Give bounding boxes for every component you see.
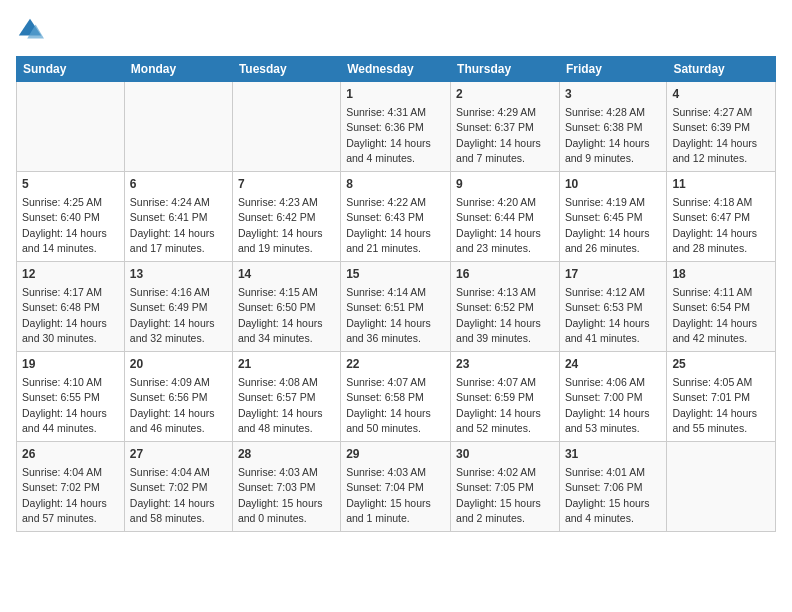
calendar-week-4: 19Sunrise: 4:10 AM Sunset: 6:55 PM Dayli…	[17, 352, 776, 442]
day-number: 4	[672, 86, 770, 103]
calendar-cell: 21Sunrise: 4:08 AM Sunset: 6:57 PM Dayli…	[232, 352, 340, 442]
logo-icon	[16, 16, 44, 44]
day-info: Sunrise: 4:07 AM Sunset: 6:58 PM Dayligh…	[346, 376, 431, 434]
calendar-cell: 16Sunrise: 4:13 AM Sunset: 6:52 PM Dayli…	[451, 262, 560, 352]
day-number: 30	[456, 446, 554, 463]
day-info: Sunrise: 4:18 AM Sunset: 6:47 PM Dayligh…	[672, 196, 757, 254]
day-number: 3	[565, 86, 661, 103]
calendar-cell: 25Sunrise: 4:05 AM Sunset: 7:01 PM Dayli…	[667, 352, 776, 442]
weekday-saturday: Saturday	[667, 57, 776, 82]
day-info: Sunrise: 4:28 AM Sunset: 6:38 PM Dayligh…	[565, 106, 650, 164]
day-info: Sunrise: 4:31 AM Sunset: 6:36 PM Dayligh…	[346, 106, 431, 164]
calendar-cell: 24Sunrise: 4:06 AM Sunset: 7:00 PM Dayli…	[559, 352, 666, 442]
calendar-cell: 19Sunrise: 4:10 AM Sunset: 6:55 PM Dayli…	[17, 352, 125, 442]
day-number: 19	[22, 356, 119, 373]
calendar-week-5: 26Sunrise: 4:04 AM Sunset: 7:02 PM Dayli…	[17, 442, 776, 532]
calendar-cell: 5Sunrise: 4:25 AM Sunset: 6:40 PM Daylig…	[17, 172, 125, 262]
calendar-cell: 22Sunrise: 4:07 AM Sunset: 6:58 PM Dayli…	[341, 352, 451, 442]
page-header	[16, 16, 776, 44]
day-info: Sunrise: 4:20 AM Sunset: 6:44 PM Dayligh…	[456, 196, 541, 254]
day-number: 18	[672, 266, 770, 283]
day-number: 27	[130, 446, 227, 463]
day-info: Sunrise: 4:06 AM Sunset: 7:00 PM Dayligh…	[565, 376, 650, 434]
day-number: 24	[565, 356, 661, 373]
calendar-cell: 15Sunrise: 4:14 AM Sunset: 6:51 PM Dayli…	[341, 262, 451, 352]
weekday-friday: Friday	[559, 57, 666, 82]
weekday-header-row: SundayMondayTuesdayWednesdayThursdayFrid…	[17, 57, 776, 82]
calendar-cell: 13Sunrise: 4:16 AM Sunset: 6:49 PM Dayli…	[124, 262, 232, 352]
day-info: Sunrise: 4:09 AM Sunset: 6:56 PM Dayligh…	[130, 376, 215, 434]
calendar-cell: 20Sunrise: 4:09 AM Sunset: 6:56 PM Dayli…	[124, 352, 232, 442]
day-number: 7	[238, 176, 335, 193]
day-info: Sunrise: 4:03 AM Sunset: 7:04 PM Dayligh…	[346, 466, 431, 524]
day-info: Sunrise: 4:05 AM Sunset: 7:01 PM Dayligh…	[672, 376, 757, 434]
day-info: Sunrise: 4:12 AM Sunset: 6:53 PM Dayligh…	[565, 286, 650, 344]
day-number: 2	[456, 86, 554, 103]
day-number: 26	[22, 446, 119, 463]
day-info: Sunrise: 4:27 AM Sunset: 6:39 PM Dayligh…	[672, 106, 757, 164]
calendar-cell: 29Sunrise: 4:03 AM Sunset: 7:04 PM Dayli…	[341, 442, 451, 532]
calendar-table: SundayMondayTuesdayWednesdayThursdayFrid…	[16, 56, 776, 532]
day-number: 22	[346, 356, 445, 373]
day-info: Sunrise: 4:17 AM Sunset: 6:48 PM Dayligh…	[22, 286, 107, 344]
day-info: Sunrise: 4:01 AM Sunset: 7:06 PM Dayligh…	[565, 466, 650, 524]
day-number: 5	[22, 176, 119, 193]
calendar-week-3: 12Sunrise: 4:17 AM Sunset: 6:48 PM Dayli…	[17, 262, 776, 352]
calendar-header: SundayMondayTuesdayWednesdayThursdayFrid…	[17, 57, 776, 82]
day-number: 1	[346, 86, 445, 103]
day-info: Sunrise: 4:04 AM Sunset: 7:02 PM Dayligh…	[22, 466, 107, 524]
day-number: 11	[672, 176, 770, 193]
day-number: 17	[565, 266, 661, 283]
day-info: Sunrise: 4:13 AM Sunset: 6:52 PM Dayligh…	[456, 286, 541, 344]
day-info: Sunrise: 4:24 AM Sunset: 6:41 PM Dayligh…	[130, 196, 215, 254]
day-number: 16	[456, 266, 554, 283]
weekday-thursday: Thursday	[451, 57, 560, 82]
calendar-cell	[667, 442, 776, 532]
day-info: Sunrise: 4:29 AM Sunset: 6:37 PM Dayligh…	[456, 106, 541, 164]
weekday-tuesday: Tuesday	[232, 57, 340, 82]
day-info: Sunrise: 4:11 AM Sunset: 6:54 PM Dayligh…	[672, 286, 757, 344]
day-number: 12	[22, 266, 119, 283]
day-info: Sunrise: 4:16 AM Sunset: 6:49 PM Dayligh…	[130, 286, 215, 344]
calendar-cell	[232, 82, 340, 172]
day-info: Sunrise: 4:22 AM Sunset: 6:43 PM Dayligh…	[346, 196, 431, 254]
calendar-cell: 11Sunrise: 4:18 AM Sunset: 6:47 PM Dayli…	[667, 172, 776, 262]
calendar-cell: 30Sunrise: 4:02 AM Sunset: 7:05 PM Dayli…	[451, 442, 560, 532]
day-number: 10	[565, 176, 661, 193]
day-info: Sunrise: 4:15 AM Sunset: 6:50 PM Dayligh…	[238, 286, 323, 344]
day-number: 21	[238, 356, 335, 373]
day-number: 9	[456, 176, 554, 193]
calendar-cell: 4Sunrise: 4:27 AM Sunset: 6:39 PM Daylig…	[667, 82, 776, 172]
day-number: 28	[238, 446, 335, 463]
day-info: Sunrise: 4:07 AM Sunset: 6:59 PM Dayligh…	[456, 376, 541, 434]
day-info: Sunrise: 4:02 AM Sunset: 7:05 PM Dayligh…	[456, 466, 541, 524]
day-number: 31	[565, 446, 661, 463]
calendar-cell: 23Sunrise: 4:07 AM Sunset: 6:59 PM Dayli…	[451, 352, 560, 442]
calendar-cell: 1Sunrise: 4:31 AM Sunset: 6:36 PM Daylig…	[341, 82, 451, 172]
calendar-week-2: 5Sunrise: 4:25 AM Sunset: 6:40 PM Daylig…	[17, 172, 776, 262]
calendar-cell: 3Sunrise: 4:28 AM Sunset: 6:38 PM Daylig…	[559, 82, 666, 172]
logo	[16, 16, 48, 44]
day-number: 6	[130, 176, 227, 193]
day-info: Sunrise: 4:14 AM Sunset: 6:51 PM Dayligh…	[346, 286, 431, 344]
calendar-body: 1Sunrise: 4:31 AM Sunset: 6:36 PM Daylig…	[17, 82, 776, 532]
calendar-cell	[124, 82, 232, 172]
day-number: 29	[346, 446, 445, 463]
day-number: 23	[456, 356, 554, 373]
day-info: Sunrise: 4:10 AM Sunset: 6:55 PM Dayligh…	[22, 376, 107, 434]
day-number: 20	[130, 356, 227, 373]
day-info: Sunrise: 4:19 AM Sunset: 6:45 PM Dayligh…	[565, 196, 650, 254]
calendar-cell: 7Sunrise: 4:23 AM Sunset: 6:42 PM Daylig…	[232, 172, 340, 262]
calendar-cell: 28Sunrise: 4:03 AM Sunset: 7:03 PM Dayli…	[232, 442, 340, 532]
calendar-cell: 8Sunrise: 4:22 AM Sunset: 6:43 PM Daylig…	[341, 172, 451, 262]
day-info: Sunrise: 4:08 AM Sunset: 6:57 PM Dayligh…	[238, 376, 323, 434]
calendar-week-1: 1Sunrise: 4:31 AM Sunset: 6:36 PM Daylig…	[17, 82, 776, 172]
day-info: Sunrise: 4:04 AM Sunset: 7:02 PM Dayligh…	[130, 466, 215, 524]
calendar-cell: 9Sunrise: 4:20 AM Sunset: 6:44 PM Daylig…	[451, 172, 560, 262]
calendar-cell: 26Sunrise: 4:04 AM Sunset: 7:02 PM Dayli…	[17, 442, 125, 532]
calendar-cell: 2Sunrise: 4:29 AM Sunset: 6:37 PM Daylig…	[451, 82, 560, 172]
calendar-cell: 10Sunrise: 4:19 AM Sunset: 6:45 PM Dayli…	[559, 172, 666, 262]
calendar-cell: 31Sunrise: 4:01 AM Sunset: 7:06 PM Dayli…	[559, 442, 666, 532]
weekday-monday: Monday	[124, 57, 232, 82]
day-number: 13	[130, 266, 227, 283]
